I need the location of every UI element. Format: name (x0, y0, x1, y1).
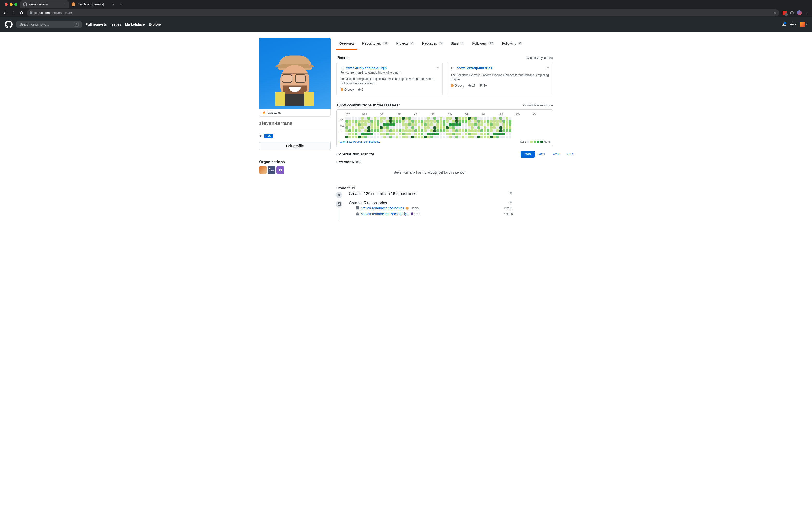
contribution-day[interactable] (446, 120, 449, 123)
contribution-day[interactable] (352, 120, 354, 123)
contribution-day[interactable] (440, 117, 442, 119)
contribution-day[interactable] (399, 123, 401, 126)
contribution-day[interactable] (427, 123, 430, 126)
contribution-day[interactable] (373, 129, 376, 132)
contribution-day[interactable] (433, 136, 436, 138)
contribution-day[interactable] (499, 136, 502, 138)
contribution-day[interactable] (496, 132, 499, 135)
contribution-day[interactable] (411, 117, 414, 119)
contribution-day[interactable] (468, 117, 470, 119)
contribution-day[interactable] (349, 120, 351, 123)
contribution-day[interactable] (465, 117, 467, 119)
contribution-day[interactable] (349, 123, 351, 126)
contribution-day[interactable] (355, 120, 357, 123)
contribution-day[interactable] (480, 120, 483, 123)
contribution-day[interactable] (402, 126, 405, 129)
contribution-day[interactable] (349, 136, 351, 138)
contribution-day[interactable] (399, 136, 401, 138)
star-count[interactable]: 1 (358, 88, 364, 91)
repo-link[interactable]: templating-engine-plugin (346, 66, 387, 70)
contribution-day[interactable] (506, 126, 508, 129)
contribution-day[interactable] (349, 132, 351, 135)
contribution-day[interactable] (458, 132, 461, 135)
contribution-day[interactable] (490, 117, 493, 119)
contribution-day[interactable] (474, 126, 477, 129)
contribution-day[interactable] (477, 123, 480, 126)
contribution-day[interactable] (364, 136, 367, 138)
contribution-day[interactable] (484, 120, 486, 123)
contribution-day[interactable] (496, 126, 499, 129)
year-filter-2019[interactable]: 2019 (520, 151, 535, 158)
contribution-day[interactable] (487, 129, 489, 132)
contribution-day[interactable] (361, 136, 364, 138)
contribution-day[interactable] (477, 136, 480, 138)
contribution-day[interactable] (458, 136, 461, 138)
contribution-day[interactable] (490, 123, 493, 126)
extension-lastpass-icon[interactable]: 3 (782, 11, 787, 15)
contribution-day[interactable] (449, 120, 452, 123)
contribution-day[interactable] (408, 136, 411, 138)
contribution-day[interactable] (443, 117, 445, 119)
contribution-day[interactable] (468, 120, 470, 123)
contribution-day[interactable] (468, 126, 470, 129)
contribution-day[interactable] (352, 129, 354, 132)
contribution-day[interactable] (452, 126, 455, 129)
contribution-day[interactable] (345, 129, 348, 132)
contribution-day[interactable] (358, 117, 361, 119)
contribution-day[interactable] (408, 117, 411, 119)
contribution-day[interactable] (427, 132, 430, 135)
contribution-day[interactable] (408, 120, 411, 123)
contribution-day[interactable] (449, 136, 452, 138)
contribution-day[interactable] (427, 136, 430, 138)
contribution-day[interactable] (386, 129, 389, 132)
contribution-day[interactable] (389, 117, 392, 119)
profile-nav-overview[interactable]: Overview (337, 38, 357, 50)
contribution-day[interactable] (355, 129, 357, 132)
contribution-day[interactable] (484, 123, 486, 126)
contribution-day[interactable] (414, 126, 417, 129)
contribution-day[interactable] (455, 132, 458, 135)
contribution-day[interactable] (452, 132, 455, 135)
contribution-day[interactable] (383, 136, 386, 138)
contribution-day[interactable] (389, 136, 392, 138)
close-tab-icon[interactable]: × (64, 3, 66, 6)
browser-tab-2[interactable]: Dashboard [Jenkins] × (69, 0, 117, 8)
contribution-day[interactable] (364, 126, 367, 129)
contribution-day[interactable] (389, 123, 392, 126)
contribution-day[interactable] (446, 132, 449, 135)
contribution-day[interactable] (355, 136, 357, 138)
contribution-day[interactable] (493, 117, 496, 119)
contribution-day[interactable] (345, 132, 348, 135)
contribution-day[interactable] (358, 126, 361, 129)
contribution-day[interactable] (443, 120, 445, 123)
contribution-day[interactable] (352, 123, 354, 126)
contribution-day[interactable] (418, 132, 420, 135)
grabber-icon[interactable]: ≡ (547, 66, 549, 70)
contribution-day[interactable] (502, 120, 505, 123)
contribution-day[interactable] (509, 126, 511, 129)
contribution-day[interactable] (437, 129, 439, 132)
contribution-day[interactable] (430, 120, 433, 123)
contribution-day[interactable] (433, 117, 436, 119)
contribution-day[interactable] (430, 129, 433, 132)
contribution-day[interactable] (490, 126, 493, 129)
contribution-day[interactable] (440, 136, 442, 138)
contribution-day[interactable] (506, 117, 508, 119)
close-tab-icon[interactable]: × (112, 3, 114, 6)
contribution-day[interactable] (502, 136, 505, 138)
contribution-day[interactable] (446, 123, 449, 126)
contribution-day[interactable] (377, 132, 379, 135)
contribution-day[interactable] (502, 117, 505, 119)
contribution-day[interactable] (471, 120, 474, 123)
forward-button[interactable] (10, 10, 16, 16)
minimize-window-button[interactable] (10, 3, 12, 6)
contribution-day[interactable] (449, 129, 452, 132)
contribution-day[interactable] (370, 129, 373, 132)
contribution-day[interactable] (499, 120, 502, 123)
contribution-day[interactable] (389, 132, 392, 135)
contribution-day[interactable] (380, 120, 383, 123)
contribution-day[interactable] (480, 136, 483, 138)
contribution-day[interactable] (373, 126, 376, 129)
contribution-day[interactable] (443, 132, 445, 135)
contribution-day[interactable] (452, 123, 455, 126)
